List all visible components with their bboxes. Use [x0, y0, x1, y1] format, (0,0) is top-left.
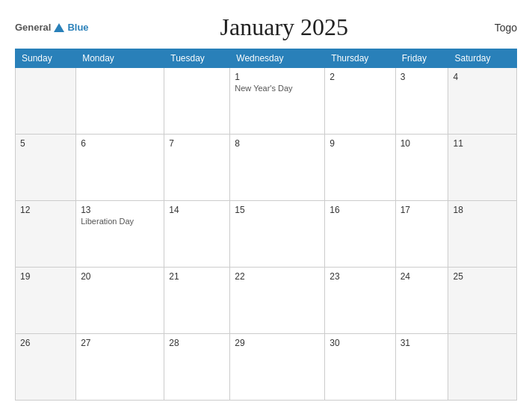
calendar-cell: 4	[448, 68, 517, 135]
day-number: 5	[20, 138, 71, 149]
calendar-week-row: 262728293031	[16, 334, 517, 401]
calendar-cell	[16, 68, 76, 135]
calendar-cell: 18	[448, 201, 517, 268]
calendar-cell: 28	[164, 334, 230, 401]
day-number: 14	[169, 205, 225, 215]
day-number: 9	[330, 138, 390, 149]
day-number: 12	[20, 205, 71, 215]
calendar-table: SundayMondayTuesdayWednesdayThursdayFrid…	[15, 49, 517, 401]
logo-triangle-icon	[54, 23, 64, 32]
day-number: 31	[400, 338, 444, 348]
calendar-cell: 5	[16, 135, 76, 201]
calendar-cell: 22	[230, 268, 325, 334]
calendar-cell: 23	[325, 268, 395, 334]
calendar-cell	[448, 334, 517, 401]
calendar-week-row: 19202122232425	[16, 268, 517, 334]
holiday-name: Liberation Day	[81, 217, 159, 226]
header: General Blue January 2025 Togo	[15, 13, 517, 41]
calendar-cell: 26	[16, 334, 76, 401]
day-number: 30	[330, 338, 390, 348]
day-number: 6	[81, 138, 159, 149]
calendar-cell: 3	[395, 68, 448, 135]
day-number: 8	[235, 138, 320, 149]
calendar-day-header: Friday	[395, 49, 448, 68]
day-number: 13	[81, 205, 159, 215]
calendar-cell: 20	[76, 268, 164, 334]
calendar-cell: 13Liberation Day	[76, 201, 164, 268]
day-number: 4	[453, 72, 512, 82]
holiday-name: New Year's Day	[235, 84, 320, 93]
day-number: 7	[169, 138, 225, 149]
day-number: 29	[235, 338, 320, 348]
calendar-cell: 10	[395, 135, 448, 201]
logo-blue-text: Blue	[67, 22, 88, 33]
calendar-cell: 24	[395, 268, 448, 334]
day-number: 21	[169, 271, 225, 282]
calendar-cell: 19	[16, 268, 76, 334]
calendar-day-header: Sunday	[16, 49, 76, 68]
calendar-cell: 1New Year's Day	[230, 68, 325, 135]
day-number: 23	[330, 271, 390, 282]
day-number: 15	[235, 205, 320, 215]
calendar-cell	[164, 68, 230, 135]
day-number: 20	[81, 271, 159, 282]
day-number: 18	[453, 205, 512, 215]
calendar-day-header: Saturday	[448, 49, 517, 68]
day-number: 26	[20, 338, 71, 348]
calendar-cell: 12	[16, 201, 76, 268]
calendar-cell: 7	[164, 135, 230, 201]
day-number: 22	[235, 271, 320, 282]
calendar-cell: 25	[448, 268, 517, 334]
day-number: 2	[330, 72, 390, 82]
calendar-cell: 21	[164, 268, 230, 334]
calendar-title: January 2025	[89, 13, 480, 41]
day-number: 3	[400, 72, 444, 82]
day-number: 10	[400, 138, 444, 149]
day-number: 17	[400, 205, 444, 215]
calendar-day-header: Wednesday	[230, 49, 325, 68]
day-number: 27	[81, 338, 159, 348]
day-number: 19	[20, 271, 71, 282]
calendar-day-header: Tuesday	[164, 49, 230, 68]
calendar-cell: 27	[76, 334, 164, 401]
calendar-cell: 15	[230, 201, 325, 268]
calendar-cell: 29	[230, 334, 325, 401]
calendar-cell: 2	[325, 68, 395, 135]
day-number: 16	[330, 205, 390, 215]
calendar-cell: 14	[164, 201, 230, 268]
calendar-cell: 9	[325, 135, 395, 201]
calendar-week-row: 567891011	[16, 135, 517, 201]
calendar-cell: 31	[395, 334, 448, 401]
country-label: Togo	[480, 22, 517, 34]
day-number: 28	[169, 338, 225, 348]
calendar-cell	[76, 68, 164, 135]
day-number: 24	[400, 271, 444, 282]
logo: General Blue	[15, 22, 89, 33]
calendar-cell: 6	[76, 135, 164, 201]
calendar-cell: 17	[395, 201, 448, 268]
calendar-week-row: 1New Year's Day234	[16, 68, 517, 135]
calendar-cell: 30	[325, 334, 395, 401]
calendar-header-row: SundayMondayTuesdayWednesdayThursdayFrid…	[16, 49, 517, 68]
calendar-page: General Blue January 2025 Togo SundayMon…	[0, 0, 532, 411]
calendar-cell: 11	[448, 135, 517, 201]
calendar-week-row: 1213Liberation Day1415161718	[16, 201, 517, 268]
calendar-day-header: Thursday	[325, 49, 395, 68]
calendar-cell: 8	[230, 135, 325, 201]
day-number: 25	[453, 271, 512, 282]
day-number: 1	[235, 72, 320, 82]
logo-general-text: General	[15, 22, 51, 33]
calendar-day-header: Monday	[76, 49, 164, 68]
calendar-cell: 16	[325, 201, 395, 268]
day-number: 11	[453, 138, 512, 149]
